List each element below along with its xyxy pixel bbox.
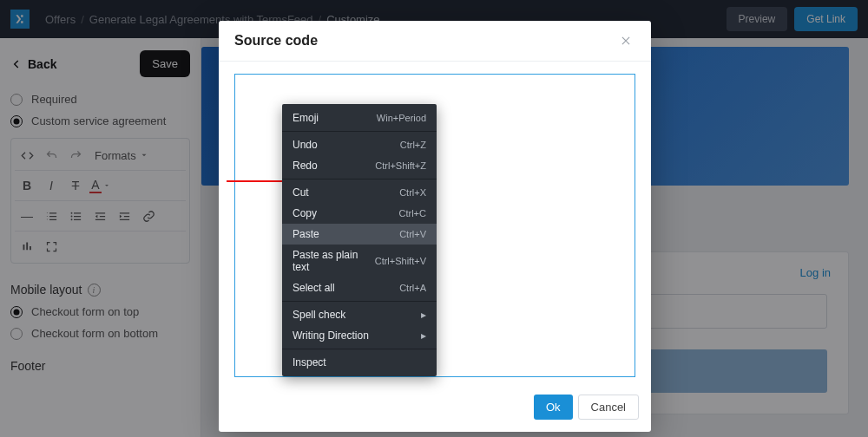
- source-code-textarea[interactable]: EmojiWin+Period UndoCtrl+Z RedoCtrl+Shif…: [234, 74, 635, 377]
- ctx-paste-plain[interactable]: Paste as plain textCtrl+Shift+V: [282, 245, 437, 277]
- ctx-paste[interactable]: PasteCtrl+V: [282, 224, 437, 245]
- ctx-select-all[interactable]: Select allCtrl+A: [282, 277, 437, 298]
- ctx-copy[interactable]: CopyCtrl+C: [282, 203, 437, 224]
- source-code-modal: Source code EmojiWin+Period UndoCtrl+Z R…: [219, 21, 651, 432]
- context-menu: EmojiWin+Period UndoCtrl+Z RedoCtrl+Shif…: [282, 104, 437, 376]
- ctx-writing-direction[interactable]: Writing Direction▸: [282, 325, 437, 346]
- modal-title: Source code: [234, 33, 318, 49]
- ctx-emoji[interactable]: EmojiWin+Period: [282, 108, 437, 128]
- ctx-cut[interactable]: CutCtrl+X: [282, 182, 437, 203]
- ok-button[interactable]: Ok: [534, 395, 573, 420]
- ctx-spell-check[interactable]: Spell check▸: [282, 304, 437, 325]
- ctx-inspect[interactable]: Inspect: [282, 352, 437, 373]
- cancel-button[interactable]: Cancel: [578, 395, 639, 420]
- ctx-redo[interactable]: RedoCtrl+Shift+Z: [282, 155, 437, 176]
- ctx-undo[interactable]: UndoCtrl+Z: [282, 134, 437, 155]
- close-icon[interactable]: [616, 31, 635, 50]
- annotation-arrow: [227, 180, 291, 182]
